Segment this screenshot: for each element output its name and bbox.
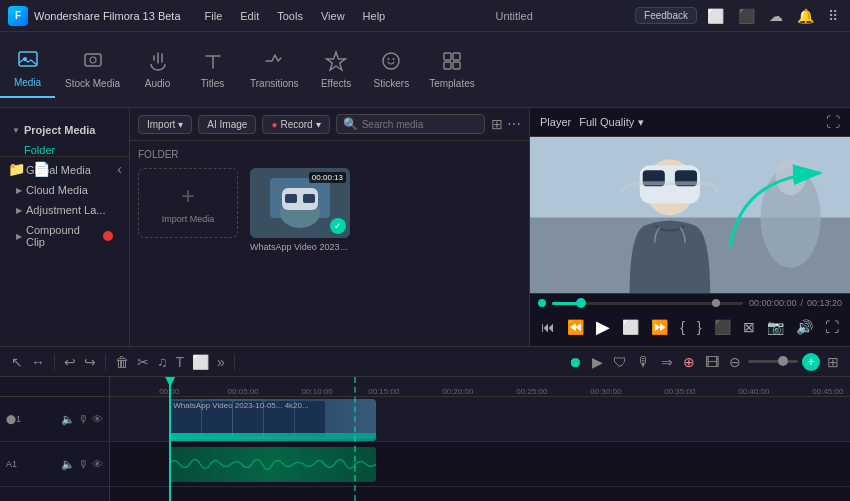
- timeline-add-button[interactable]: +: [802, 353, 820, 371]
- stop-button[interactable]: ⬜: [620, 317, 641, 337]
- video-thumbnail-item[interactable]: 00:00:13 ✓ WhatsApp Video 2023-10-05...: [250, 168, 350, 252]
- menu-view[interactable]: View: [313, 8, 353, 24]
- frame-back-button[interactable]: ⏪: [565, 317, 586, 337]
- timeline-tool-undo[interactable]: ↩: [61, 352, 79, 372]
- feedback-button[interactable]: Feedback: [635, 7, 697, 24]
- timeline-tool-audio[interactable]: ♫: [154, 352, 171, 372]
- media-search-box[interactable]: 🔍: [336, 114, 485, 134]
- toolbar-titles[interactable]: Titles: [185, 42, 240, 97]
- media-grid: + Import Media: [138, 168, 521, 252]
- record-chevron-icon: ▾: [316, 119, 321, 130]
- menu-edit[interactable]: Edit: [232, 8, 267, 24]
- track-audio-speaker-icon[interactable]: 🔈: [61, 458, 75, 471]
- timeline-tool-mic[interactable]: 🎙: [634, 352, 654, 372]
- sidebar-collapse-icon[interactable]: ‹: [117, 161, 122, 177]
- sidebar-compound-clip[interactable]: ▶ Compound Clip: [8, 220, 121, 252]
- timeline-tool-crop[interactable]: ⬜: [189, 352, 212, 372]
- volume-button[interactable]: 🔊: [794, 317, 815, 337]
- timeline-tool-delete[interactable]: 🗑: [112, 352, 132, 372]
- timeline-end-marker: [712, 299, 720, 307]
- frame-forward-button[interactable]: ⏩: [649, 317, 670, 337]
- track-icon-mic[interactable]: 🎙: [78, 413, 89, 426]
- quality-selector[interactable]: Full Quality ▾: [579, 116, 644, 129]
- timeline-tool-minus[interactable]: ⊖: [726, 352, 744, 372]
- timeline-tool-play[interactable]: ▶: [589, 352, 606, 372]
- search-input[interactable]: [362, 119, 478, 130]
- mark-in-button[interactable]: {: [678, 317, 687, 337]
- import-button[interactable]: Import ▾: [138, 115, 192, 134]
- menu-tools[interactable]: Tools: [269, 8, 311, 24]
- svg-rect-7: [444, 53, 451, 60]
- timeline-tool-snap[interactable]: ⊕: [680, 352, 698, 372]
- timeline-tools-right: ⏺ ▶ 🛡 🎙 ⇒ ⊕ 🎞 ⊖ + ⊞: [565, 352, 842, 372]
- stock-media-label: Stock Media: [65, 78, 120, 89]
- video-thumbnail-image: 00:00:13 ✓: [250, 168, 350, 238]
- toolbar-stock-media[interactable]: Stock Media: [55, 42, 130, 97]
- clip-button[interactable]: ⬛: [712, 317, 733, 337]
- arrow-right-icon-3: ▶: [16, 206, 22, 215]
- current-time: 00:00:00:00: [749, 298, 797, 308]
- filter-icon[interactable]: ⊞: [491, 116, 503, 132]
- header-actions: Feedback ⬜ ⬛ ☁ 🔔 ⠿: [635, 6, 842, 26]
- timeline-tool-grid[interactable]: ⊞: [824, 352, 842, 372]
- layout-icon[interactable]: ⬛: [734, 6, 759, 26]
- track-icon-eye[interactable]: 👁: [92, 413, 103, 426]
- skip-back-button[interactable]: ⏮: [539, 317, 557, 337]
- cloud-icon[interactable]: ☁: [765, 6, 787, 26]
- snapshot-button[interactable]: 📷: [765, 317, 786, 337]
- monitor-icon[interactable]: ⬜: [703, 6, 728, 26]
- ruler-mark-35s: 00:35:00: [664, 387, 695, 396]
- zoom-slider[interactable]: [748, 360, 798, 363]
- grid-icon[interactable]: ⠿: [824, 6, 842, 26]
- timeline-thumb[interactable]: [576, 298, 586, 308]
- toolbar-templates[interactable]: Templates: [419, 42, 485, 97]
- timeline-tool-record[interactable]: ⏺: [565, 352, 585, 372]
- audio-clip[interactable]: [169, 447, 376, 482]
- total-time: 00:13:20: [807, 298, 842, 308]
- timeline-tool-shield[interactable]: 🛡: [610, 352, 630, 372]
- toolbar-media[interactable]: Media: [0, 41, 55, 98]
- sidebar-project-media-header[interactable]: ▼ Project Media: [8, 120, 121, 140]
- timeline-tool-film[interactable]: 🎞: [702, 352, 722, 372]
- timeline-tool-transition[interactable]: ⇒: [658, 352, 676, 372]
- track-icon-speaker[interactable]: 🔈: [61, 413, 75, 426]
- sidebar-adjustment-la[interactable]: ▶ Adjustment La...: [8, 200, 121, 220]
- import-media-item[interactable]: + Import Media: [138, 168, 238, 238]
- timeline-tool-more[interactable]: »: [214, 352, 228, 372]
- timeline-tool-ripple[interactable]: ↔: [28, 352, 48, 372]
- audio-track: [110, 442, 850, 487]
- ai-image-button[interactable]: AI Image: [198, 115, 256, 134]
- timeline-tool-text[interactable]: T: [173, 352, 188, 372]
- player-expand-icon[interactable]: ⛶: [826, 114, 840, 130]
- bell-icon[interactable]: 🔔: [793, 6, 818, 26]
- split-button[interactable]: ⊠: [741, 317, 757, 337]
- timeline-playhead[interactable]: [169, 377, 171, 501]
- zoom-control: [748, 360, 798, 363]
- toolbar-audio[interactable]: Audio: [130, 42, 185, 97]
- toolbar-effects[interactable]: Effects: [309, 42, 364, 97]
- toolbar-stickers[interactable]: Stickers: [364, 42, 420, 97]
- timeline-tool-cut[interactable]: ✂: [134, 352, 152, 372]
- toolbar-transitions[interactable]: Transitions: [240, 42, 309, 97]
- menu-file[interactable]: File: [197, 8, 231, 24]
- add-folder-icon[interactable]: 📁: [8, 161, 25, 177]
- new-file-icon[interactable]: 📄: [33, 161, 50, 177]
- ruler-mark-15s: 00:15:00: [368, 387, 399, 396]
- svg-point-6: [393, 58, 395, 60]
- more-options-icon[interactable]: ⋯: [507, 116, 521, 132]
- fullscreen-button[interactable]: ⛶: [823, 317, 841, 337]
- timeline-tool-select[interactable]: ↖: [8, 352, 26, 372]
- timeline-tool-redo[interactable]: ↪: [81, 352, 99, 372]
- track-audio-eye-icon[interactable]: 👁: [92, 458, 103, 471]
- sidebar-cloud-media[interactable]: ▶ Cloud Media: [8, 180, 121, 200]
- play-button[interactable]: ▶: [594, 314, 612, 340]
- menu-help[interactable]: Help: [355, 8, 394, 24]
- mark-out-button[interactable]: }: [695, 317, 704, 337]
- audio-label: Audio: [145, 78, 171, 89]
- effects-label: Effects: [321, 78, 351, 89]
- time-separator: /: [800, 298, 803, 308]
- media-icon: [17, 49, 39, 74]
- record-button[interactable]: ● Record ▾: [262, 115, 329, 134]
- player-timeline-track[interactable]: [552, 302, 743, 305]
- track-audio-mic-icon[interactable]: 🎙: [78, 458, 89, 471]
